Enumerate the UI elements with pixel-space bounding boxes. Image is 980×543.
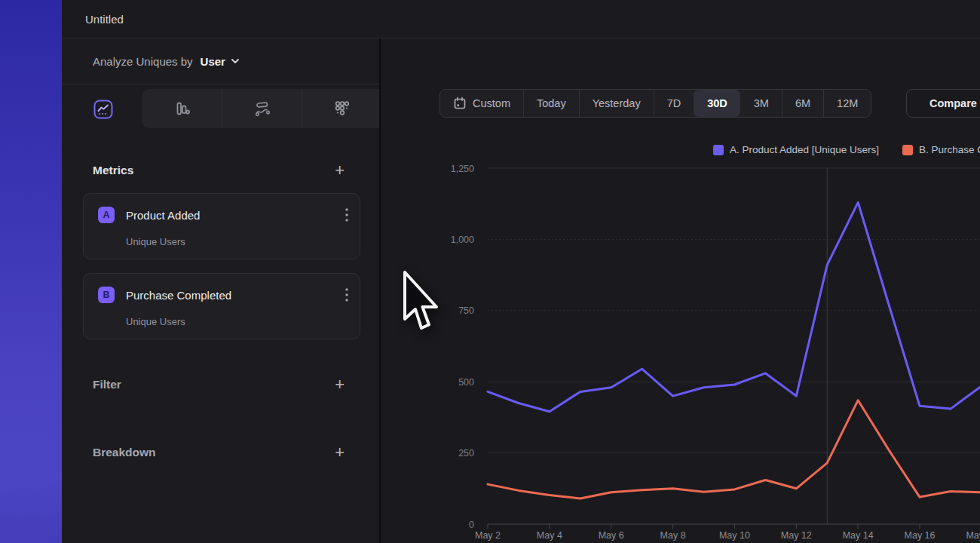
x-axis-label: May 14 bbox=[843, 530, 874, 541]
add-filter-button[interactable]: + bbox=[335, 377, 345, 392]
y-axis-label: 0 bbox=[469, 520, 474, 530]
add-breakdown-button[interactable]: + bbox=[335, 445, 345, 460]
chart-panel: CustomTodayYesterday7D30D3M6M12M Compare… bbox=[382, 38, 980, 543]
analyze-label: Analyze Uniques by bbox=[93, 55, 193, 68]
x-axis-label: May 10 bbox=[719, 530, 750, 541]
y-axis-label: 1,000 bbox=[451, 235, 474, 245]
filter-section-header: Filter + bbox=[93, 373, 345, 396]
report-title[interactable]: Untitled bbox=[85, 13, 124, 26]
y-axis-label: 500 bbox=[458, 377, 474, 388]
y-axis-label: 250 bbox=[458, 448, 474, 459]
kebab-icon bbox=[345, 208, 348, 222]
filter-title: Filter bbox=[93, 378, 121, 391]
metrics-title: Metrics bbox=[93, 164, 133, 177]
metric-badge-b: B bbox=[98, 287, 115, 303]
chart-canvas[interactable]: 02505007501,0001,250May 2May 4May 6May 8… bbox=[382, 38, 980, 543]
metric-subtitle: Unique Users bbox=[126, 236, 185, 247]
tab-flows[interactable] bbox=[222, 89, 302, 128]
y-axis-label: 750 bbox=[458, 305, 474, 316]
series-line-a[interactable] bbox=[488, 202, 980, 412]
metric-card-b[interactable]: B Purchase Completed Unique Users bbox=[83, 273, 360, 339]
chart-type-tabs bbox=[62, 84, 381, 128]
x-axis-label: May 8 bbox=[660, 530, 686, 541]
tab-line-chart[interactable] bbox=[93, 100, 113, 119]
line-chart-icon bbox=[93, 100, 113, 119]
metric-options-button[interactable] bbox=[345, 288, 348, 305]
chart-type-tab-strip bbox=[142, 89, 381, 128]
metrics-section-header: Metrics + bbox=[93, 159, 345, 182]
flows-icon bbox=[253, 100, 271, 118]
series-line-b[interactable] bbox=[488, 400, 980, 499]
left-gradient-strip bbox=[0, 0, 62, 543]
bar-chart-icon bbox=[173, 100, 191, 118]
mouse-cursor bbox=[400, 269, 439, 333]
metric-card-a[interactable]: A Product Added Unique Users bbox=[83, 193, 360, 259]
breakdown-section-header: Breakdown + bbox=[93, 441, 345, 464]
chevron-down-icon bbox=[231, 58, 240, 64]
metric-label: Purchase Completed bbox=[126, 289, 231, 302]
x-axis-label: May 18 bbox=[966, 530, 980, 541]
x-axis-label: May 2 bbox=[475, 530, 501, 541]
kebab-icon bbox=[345, 288, 348, 302]
metric-subtitle: Unique Users bbox=[126, 316, 185, 327]
retention-grid-icon bbox=[333, 100, 351, 118]
query-builder-panel: Analyze Uniques by User bbox=[62, 38, 381, 543]
x-axis-label: May 6 bbox=[599, 530, 624, 541]
metric-options-button[interactable] bbox=[345, 208, 348, 225]
analyze-row: Analyze Uniques by User bbox=[62, 38, 381, 84]
breakdown-title: Breakdown bbox=[93, 446, 156, 459]
y-axis-label: 1,250 bbox=[451, 164, 474, 174]
x-axis-label: May 16 bbox=[905, 530, 936, 541]
add-metric-button[interactable]: + bbox=[335, 163, 345, 178]
x-axis-label: May 4 bbox=[537, 530, 562, 541]
metric-label: Product Added bbox=[126, 209, 200, 222]
analyze-by-dropdown[interactable]: User bbox=[201, 55, 225, 68]
top-bar: Untitled bbox=[62, 0, 980, 38]
metric-badge-a: A bbox=[98, 207, 115, 223]
tab-bar-chart[interactable] bbox=[142, 89, 222, 128]
x-axis-label: May 12 bbox=[781, 530, 812, 541]
tab-retention[interactable] bbox=[302, 89, 381, 128]
